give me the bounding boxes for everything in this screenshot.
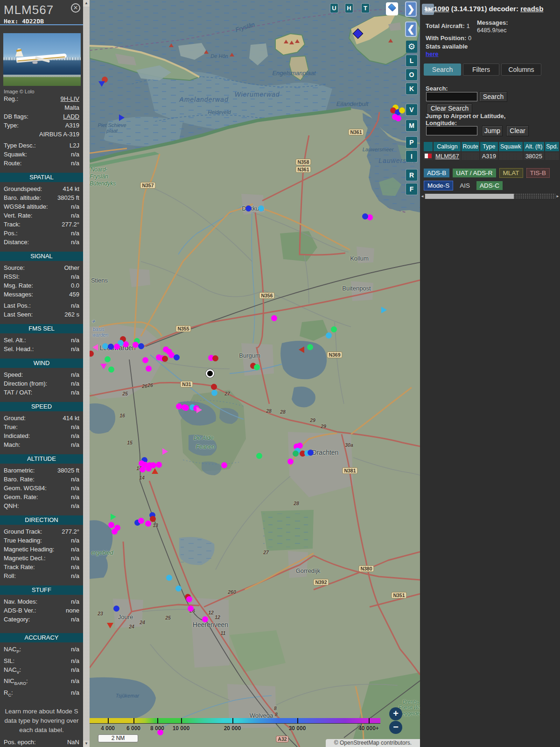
aircraft-marker[interactable] <box>138 518 144 524</box>
aircraft-marker[interactable] <box>299 346 304 353</box>
aircraft-marker[interactable] <box>90 351 94 357</box>
aircraft-marker[interactable] <box>169 43 174 47</box>
filter-ais[interactable]: AIS <box>456 181 473 190</box>
filter-uat-ads-r[interactable]: UAT / ADS-R <box>453 169 496 177</box>
jump-button[interactable]: Jump <box>482 126 503 136</box>
layers-button[interactable] <box>386 2 398 15</box>
aircraft-marker[interactable] <box>183 405 189 411</box>
map-button-M[interactable]: M <box>406 120 417 131</box>
readsb-link[interactable]: readsb <box>520 5 543 13</box>
aircraft-marker[interactable] <box>245 205 252 211</box>
filter-tis-b[interactable]: TIS-B <box>526 168 550 178</box>
altitude-legend-bar[interactable] <box>90 718 380 724</box>
table-cell[interactable] <box>499 152 523 160</box>
aircraft-marker[interactable] <box>202 616 208 622</box>
map-button-I[interactable]: I <box>406 151 417 162</box>
aircraft-marker[interactable] <box>331 326 337 332</box>
aircraft-marker[interactable] <box>258 205 264 211</box>
tab-filters[interactable]: Filters <box>463 63 499 76</box>
aircraft-marker[interactable] <box>146 465 152 472</box>
scroll-left-icon[interactable]: ◄ <box>420 193 425 199</box>
scroll-down-icon[interactable]: ▼ <box>83 740 90 747</box>
aircraft-marker[interactable] <box>186 596 192 602</box>
aircraft-marker[interactable] <box>308 450 314 456</box>
aircraft-marker[interactable] <box>206 369 214 378</box>
aircraft-marker[interactable] <box>212 355 218 361</box>
clear-search-button[interactable]: Clear Search <box>427 104 472 113</box>
aircraft-marker[interactable] <box>211 384 217 390</box>
table-cell[interactable] <box>545 152 559 160</box>
callsign-cell[interactable]: MLM567 <box>434 152 461 160</box>
country-flag[interactable] <box>424 152 433 160</box>
scroll-up-icon[interactable]: ▲ <box>83 0 90 7</box>
horizontal-scrollbar[interactable]: ◄ ► <box>420 193 560 199</box>
aircraft-marker[interactable] <box>221 462 227 468</box>
aircraft-marker[interactable] <box>295 39 300 43</box>
aircraft-marker[interactable] <box>256 453 262 459</box>
col-header[interactable]: Type <box>480 142 498 151</box>
tab-search[interactable]: Search <box>424 63 461 76</box>
aircraft-marker[interactable] <box>211 390 217 396</box>
zoom-out-button[interactable]: − <box>389 721 402 734</box>
aircraft-marker[interactable] <box>112 529 118 535</box>
map-button-F[interactable]: F <box>406 183 417 195</box>
aircraft-marker[interactable] <box>230 53 234 56</box>
aircraft-marker[interactable] <box>162 448 168 455</box>
settings-gear-button[interactable]: ⚙ <box>406 41 417 53</box>
aircraft-marker[interactable] <box>399 107 405 113</box>
aircraft-marker[interactable] <box>98 81 105 87</box>
filter-mode-s[interactable]: Mode-S <box>424 181 453 190</box>
map[interactable]: FryslânDe HônEngelsmanplaatWierumerwadAm… <box>90 0 420 747</box>
map-button-K[interactable]: K <box>406 83 417 94</box>
map-button-T[interactable]: T <box>362 4 369 13</box>
map-button-H[interactable]: H <box>345 4 353 13</box>
aircraft-marker[interactable] <box>188 606 194 612</box>
table-row[interactable]: MLM567A31938025 <box>424 152 559 160</box>
map-button-V[interactable]: V <box>406 104 417 115</box>
aircraft-marker[interactable] <box>107 623 113 628</box>
aircraft-marker[interactable] <box>326 332 332 338</box>
aircraft-marker[interactable] <box>100 364 107 369</box>
aircraft-marker[interactable] <box>293 451 299 457</box>
tar1090-link[interactable]: tar1090 <box>425 5 449 13</box>
aircraft-marker[interactable] <box>111 514 116 520</box>
aircraft-marker[interactable] <box>174 354 180 360</box>
row-value[interactable]: 9H-LIV <box>61 94 79 103</box>
aircraft-marker[interactable] <box>145 521 151 527</box>
close-icon[interactable]: ✕ <box>71 3 80 13</box>
aircraft-marker[interactable] <box>114 344 120 350</box>
clear-button[interactable]: Clear <box>506 126 529 136</box>
aircraft-marker[interactable] <box>284 40 288 43</box>
filter-ads-b[interactable]: ADS-B <box>424 169 449 177</box>
map-button-O[interactable]: O <box>406 69 417 80</box>
aircraft-marker[interactable] <box>142 357 148 363</box>
map-button-U[interactable]: U <box>330 4 338 13</box>
search-input[interactable] <box>426 92 477 101</box>
aircraft-marker[interactable] <box>140 466 146 472</box>
aircraft-marker[interactable] <box>162 356 168 362</box>
aircraft-marker[interactable] <box>196 407 202 413</box>
col-header[interactable]: Callsign <box>434 142 461 151</box>
col-header[interactable]: Route <box>462 142 479 151</box>
expand-right-button[interactable]: ❯ <box>405 1 417 17</box>
filter-ads-c[interactable]: ADS-C <box>476 181 503 190</box>
aircraft-marker[interactable] <box>102 343 108 349</box>
collapse-left-button[interactable]: ❮ <box>405 21 417 37</box>
aircraft-marker[interactable] <box>166 575 172 581</box>
aircraft-marker[interactable] <box>150 516 156 522</box>
table-cell[interactable]: A319 <box>480 152 498 160</box>
aircraft-marker[interactable] <box>287 458 294 465</box>
jump-input[interactable] <box>426 126 477 135</box>
aircraft-marker[interactable] <box>108 344 114 350</box>
zoom-in-button[interactable]: + <box>389 707 402 720</box>
map-attribution[interactable]: © OpenStreetMap contributors. <box>326 739 420 747</box>
filter-mlat[interactable]: MLAT <box>499 168 523 178</box>
aircraft-marker[interactable] <box>204 50 209 54</box>
col-header[interactable]: Spd. <box>545 142 559 151</box>
map-button-L[interactable]: L <box>406 55 417 66</box>
map-button-R[interactable]: R <box>406 169 417 181</box>
map-button-P[interactable]: P <box>406 137 417 148</box>
row-value[interactable]: LADD <box>63 112 79 121</box>
aircraft-marker[interactable] <box>92 344 98 351</box>
aircraft-marker[interactable] <box>176 403 182 409</box>
